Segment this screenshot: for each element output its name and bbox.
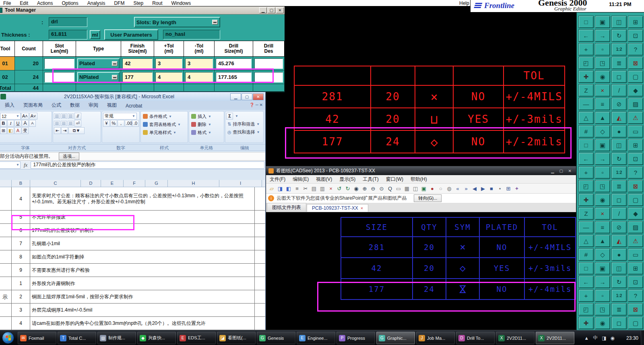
start-button[interactable] (2, 332, 14, 344)
shrink-font-button[interactable]: A˅ (29, 113, 37, 120)
column-header-G[interactable]: G (145, 180, 168, 187)
cadsee-toolbar-icon[interactable]: ◨ (276, 185, 284, 192)
side-toolbar-button[interactable]: ? (628, 43, 643, 56)
cell-note-text[interactable]: 不允许单拼报废 (30, 211, 255, 223)
maximize-icon[interactable]: ▢ (268, 7, 275, 13)
type-dropdown[interactable]: NPlated▬ (77, 72, 120, 83)
side-toolbar-button[interactable]: ◳ (595, 180, 610, 192)
close-icon[interactable]: ✕ (253, 93, 264, 100)
cadsee-toolbar-icon[interactable]: ▭ (394, 185, 402, 192)
cadsee-drawing-view[interactable]: SIZEQTYSYMPLATEDTOL28120×NO+/-4MILS4220◇… (266, 212, 576, 330)
cell-number[interactable]: 7 (12, 237, 30, 250)
show-desktop-button[interactable] (641, 331, 644, 345)
cell-number[interactable]: 4 (12, 317, 30, 330)
cell-note-text[interactable]: 不需要发惠州进行客户检验 (30, 264, 255, 277)
cadsee-toolbar-icon[interactable]: ▦ (403, 185, 411, 192)
side-toolbar-button[interactable]: + (578, 289, 594, 302)
side-toolbar-button[interactable]: ⚠ (628, 112, 643, 124)
cadsee-menu-item-4[interactable]: 显示(S) (336, 176, 359, 183)
worksheet[interactable]: BCDEFGHI 4无要求时尺寸公差：顾客标注的尺寸小数点后有三位的，公差按照+… (0, 180, 265, 333)
slot-len-field[interactable] (44, 58, 74, 69)
side-toolbar-button[interactable]: ▲ (595, 235, 610, 247)
number-format-button[interactable]: .0 (132, 120, 139, 127)
wrap-text-button[interactable]: ⏎ (74, 120, 81, 127)
side-toolbar-button[interactable]: ⊞ (628, 262, 643, 275)
side-toolbar-button[interactable]: ⊠ (628, 180, 643, 192)
number-format-button[interactable]: .00 (125, 120, 132, 127)
ribbon-help-icon[interactable]: ❓ ─ ✕ (250, 103, 263, 107)
cell-note-text[interactable]: 外层完成铜厚1.4mil+/-0.5mil (30, 304, 255, 316)
side-toolbar-button[interactable]: ⊞ (628, 139, 643, 151)
name-box[interactable]: ▼ (0, 161, 21, 169)
style-button-1[interactable]: 条件格式▼ (142, 112, 187, 120)
window-controls[interactable]: ▁ ▢ ✕ (551, 169, 574, 173)
side-toolbar-button[interactable]: ⊘ (611, 98, 627, 110)
side-toolbar-button[interactable]: # (578, 125, 594, 138)
side-toolbar-button[interactable]: ↻ (611, 29, 627, 42)
cadsee-toolbar-icon[interactable]: ▣ (420, 185, 428, 192)
plus-tol-field[interactable]: 3 (155, 58, 182, 69)
align-right-icon[interactable] (68, 121, 74, 126)
ribbon-tab-4[interactable]: 数据 (66, 101, 84, 110)
cell-note-text[interactable]: 孔铜最小1mil (30, 237, 255, 250)
menu-item-dfm[interactable]: DFM (111, 0, 130, 6)
menu-item-options[interactable]: Options (58, 0, 84, 6)
taskbar-item-6[interactable]: ◪看图纸(... (217, 332, 256, 344)
minus-tol-field[interactable]: 4 (185, 72, 213, 83)
cadsee-toolbar-icon[interactable]: » (462, 185, 470, 192)
taskbar-item-9[interactable]: PProgress (336, 332, 375, 344)
cadsee-toolbar-icon[interactable]: ▶ (479, 185, 487, 192)
side-toolbar-button[interactable]: ▫ (595, 166, 610, 179)
side-toolbar-button[interactable]: △ (578, 112, 594, 124)
cell-note-text[interactable]: 铜面上阻焊厚度1mil-5mil，按部分客户要求制作 (30, 290, 255, 303)
taskbar-item-8[interactable]: EEnginee... (297, 332, 335, 344)
drill-des-field[interactable] (254, 72, 283, 83)
taskbar-item-2[interactable]: TTotal C... (58, 332, 96, 344)
side-toolbar-button[interactable]: ◆ (628, 207, 643, 220)
side-toolbar-button[interactable]: ▨ (628, 98, 643, 110)
side-toolbar-button[interactable]: ✚ (578, 70, 594, 83)
cell-number[interactable]: 9 (12, 264, 30, 277)
cadsee-menu-item-6[interactable]: 窗口(W) (382, 176, 407, 183)
underline-button[interactable]: U (14, 120, 21, 127)
font-size-combo[interactable]: 12▼ (0, 113, 21, 120)
font-color-button[interactable]: A (14, 127, 21, 134)
cell-a[interactable] (0, 237, 12, 250)
ribbon-tab-2[interactable]: 页面布局 (19, 101, 47, 110)
cell-number[interactable]: 4 (12, 187, 30, 210)
menu-item-rout[interactable]: Rout (149, 0, 168, 6)
side-toolbar-button[interactable]: ◇ (595, 125, 610, 138)
side-toolbar-button[interactable]: ≡ (595, 221, 610, 233)
cadsee-toolbar-icon[interactable]: ◫ (411, 185, 419, 192)
cell-number[interactable]: 1 (12, 277, 30, 290)
cadsee-toolbar-icon[interactable]: Q (386, 185, 394, 192)
cadsee-toolbar-icon[interactable]: ✦ (513, 185, 521, 192)
cell-a[interactable] (0, 317, 12, 330)
cell-a[interactable] (0, 224, 12, 237)
cell-number[interactable]: 3 (12, 304, 30, 316)
side-toolbar-button[interactable]: 1:2 (611, 166, 627, 179)
side-toolbar-button[interactable]: ← (578, 153, 594, 165)
cell-number[interactable]: 6 (12, 224, 30, 237)
font-smaller-button[interactable]: A (29, 120, 36, 127)
side-toolbar-button[interactable]: ◉ (595, 317, 610, 329)
align-center-icon[interactable] (61, 121, 67, 126)
side-toolbar-button[interactable]: 1:2 (611, 289, 627, 302)
side-toolbar-button[interactable]: ? (628, 289, 643, 302)
editing-button-1[interactable]: ⇅排序和筛选▼ (226, 120, 262, 128)
menu-item-analysis[interactable]: Analysis (84, 0, 111, 6)
cell-a[interactable] (0, 250, 12, 263)
bold-button[interactable]: B (0, 120, 7, 127)
italic-button[interactable]: I (7, 120, 14, 127)
side-toolbar-button[interactable]: ◰ (578, 303, 594, 316)
taskbar-item-7[interactable]: GGenesis (257, 332, 295, 344)
side-toolbar-button[interactable]: ≣ (611, 57, 627, 69)
side-toolbar-button[interactable]: ⚠ (628, 235, 643, 247)
cell-number[interactable]: 5 (12, 211, 30, 223)
taskbar-item-14[interactable]: X2V2D11... (536, 332, 574, 344)
side-toolbar-button[interactable]: ✚ (578, 194, 594, 206)
side-toolbar-button[interactable]: ▨ (628, 221, 643, 233)
cadsee-toolbar-icon[interactable]: ▤ (310, 185, 318, 192)
side-toolbar-button[interactable]: ⊡ (628, 276, 643, 288)
side-toolbar-button[interactable]: ◻ (611, 317, 627, 329)
